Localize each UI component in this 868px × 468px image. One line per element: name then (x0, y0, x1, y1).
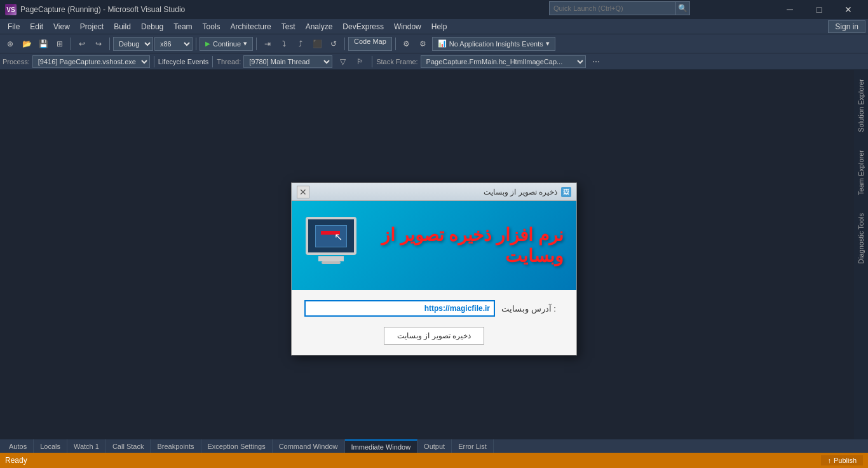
menu-help[interactable]: Help (426, 20, 452, 34)
debug-sep-1 (154, 56, 154, 67)
stop-button[interactable]: ⬛ (309, 36, 325, 52)
monitor-stand (318, 256, 344, 261)
stack-frame-dropdown[interactable]: PageCapture.FrmMain.hc_HtmlImageCap... (421, 55, 586, 68)
thread-filter-icon[interactable]: ▽ (335, 54, 350, 69)
debug-toolbar: Process: [9416] PageCapture.vshost.exe L… (0, 53, 868, 70)
tab-watch1[interactable]: Watch 1 (67, 439, 106, 453)
diagnostic-tools-tab[interactable]: Diagnostic Tools (856, 210, 866, 266)
vs-logo: VS (5, 4, 17, 15)
monitor-inner: ↖ (315, 225, 347, 247)
save-all-button[interactable]: ⊞ (52, 36, 67, 52)
tab-call-stack[interactable]: Call Stack (106, 439, 151, 453)
content-area: ✕ ذخیره تصویر از وبسایت 🖼 نرم افزار ذخیر… (0, 70, 868, 468)
minimize-button[interactable]: ─ (775, 0, 804, 19)
save-website-image-button[interactable]: ذخیره تصویر از وبسایت (384, 327, 484, 345)
menu-edit[interactable]: Edit (25, 20, 48, 34)
menu-test[interactable]: Test (276, 20, 301, 34)
menu-devexpress[interactable]: DevExpress (337, 20, 389, 34)
menu-tools[interactable]: Tools (198, 20, 226, 34)
app-insights-button[interactable]: 📊 No Application Insights Events ▾ (432, 37, 555, 51)
dialog-close-button[interactable]: ✕ (297, 186, 309, 198)
status-bar: Ready ↑ Publish (0, 453, 868, 468)
debug-nav-1[interactable]: ⇥ (260, 36, 275, 52)
code-map-button[interactable]: Code Map (348, 37, 392, 51)
toolbar-separator-1 (71, 38, 71, 50)
tab-locals[interactable]: Locals (34, 439, 67, 453)
search-area: 🔍 (549, 1, 690, 15)
title-bar-controls: ─ □ ✕ (775, 0, 863, 19)
menu-build[interactable]: Build (109, 20, 136, 34)
new-button[interactable]: ⊕ (3, 36, 18, 52)
close-button[interactable]: ✕ (834, 0, 863, 19)
menu-window[interactable]: Window (389, 20, 426, 34)
restart-button[interactable]: ↺ (326, 36, 341, 52)
lifecycle-label: Lifecycle Events (158, 58, 208, 65)
up-arrow-icon: ↑ (827, 457, 831, 464)
debug-nav-2[interactable]: ⤵ (276, 36, 292, 52)
thread-dropdown[interactable]: [9780] Main Thread (243, 55, 332, 68)
tab-command-window[interactable]: Command Window (273, 439, 345, 453)
continue-button[interactable]: ▶ Continue ▾ (200, 37, 253, 51)
open-button[interactable]: 📂 (19, 36, 34, 52)
menu-view[interactable]: View (48, 20, 75, 34)
process-dropdown[interactable]: [9416] PageCapture.vshost.exe (32, 55, 150, 68)
process-label: Process: (3, 58, 30, 65)
monitor-graphic: ↖ (304, 217, 358, 274)
platform-dropdown[interactable]: x86 (154, 37, 193, 51)
tab-exception-settings[interactable]: Exception Settings (201, 439, 273, 453)
quick-launch-input[interactable] (549, 1, 676, 15)
solution-explorer-tab[interactable]: Solution Explorer (856, 76, 866, 135)
tab-immediate-window[interactable]: Immediate Window (345, 439, 418, 453)
insights-icon: 📊 (438, 39, 447, 48)
stack-nav-icon[interactable]: ⋯ (588, 54, 604, 69)
side-panel-right: Solution Explorer Team Explorer Diagnost… (854, 70, 868, 468)
stack-label: Stack Frame: (376, 58, 417, 65)
debug-sep-3 (372, 56, 372, 67)
menu-architecture[interactable]: Architecture (226, 20, 276, 34)
menu-project[interactable]: Project (75, 20, 109, 34)
status-ready: Ready (5, 456, 27, 465)
main-toolbar: ⊕ 📂 💾 ⊞ ↩ ↪ Debug x86 ▶ Continue ▾ ⇥ ⤵ ⤴… (0, 34, 868, 53)
url-input[interactable] (304, 300, 495, 317)
dialog-body: : آدرس وبسایت ذخیره تصویر از وبسایت (292, 290, 576, 355)
team-explorer-tab[interactable]: Team Explorer (856, 148, 866, 198)
menu-analyze[interactable]: Analyze (301, 20, 338, 34)
url-label: : آدرس وبسایت (501, 304, 556, 313)
toolbar-separator-2 (109, 38, 110, 50)
tab-output[interactable]: Output (417, 439, 452, 453)
dialog-title: ذخیره تصویر از وبسایت 🖼 (484, 187, 571, 197)
vs-window: VS PageCapture (Running) - Microsoft Vis… (0, 0, 868, 468)
thread-flag-icon[interactable]: 🏳 (353, 54, 368, 69)
toolbar-separator-6 (395, 38, 396, 50)
menu-debug[interactable]: Debug (136, 20, 168, 34)
dialog-icon: 🖼 (561, 187, 571, 197)
monitor-screen: ↖ (306, 217, 356, 255)
debug-nav-3[interactable]: ⤴ (293, 36, 308, 52)
play-icon: ▶ (205, 40, 210, 47)
tab-breakpoints[interactable]: Breakpoints (151, 439, 201, 453)
dialog-titlebar: ✕ ذخیره تصویر از وبسایت 🖼 (292, 183, 576, 201)
menu-team[interactable]: Team (168, 20, 197, 34)
continue-label: Continue (213, 40, 241, 48)
button-row: ذخیره تصویر از وبسایت (304, 327, 564, 345)
maximize-button[interactable]: □ (804, 0, 834, 19)
settings-icon[interactable]: ⚙ (416, 36, 431, 52)
gear-icon[interactable]: ⚙ (399, 36, 414, 52)
tab-error-list[interactable]: Error List (452, 439, 494, 453)
sign-in-button[interactable]: Sign in (828, 20, 865, 33)
save-button[interactable]: 💾 (36, 36, 51, 52)
monitor-base (322, 261, 341, 264)
search-icon[interactable]: 🔍 (676, 1, 690, 15)
tab-autos[interactable]: Autos (3, 439, 34, 453)
undo-button[interactable]: ↩ (74, 36, 90, 52)
debug-sep-2 (212, 56, 213, 67)
toolbar-separator-4 (256, 38, 257, 50)
menu-file[interactable]: File (3, 20, 25, 34)
debug-config-dropdown[interactable]: Debug (113, 37, 153, 51)
page-capture-dialog: ✕ ذخیره تصویر از وبسایت 🖼 نرم افزار ذخیر… (291, 182, 577, 355)
dialog-overlay: ✕ ذخیره تصویر از وبسایت 🖼 نرم افزار ذخیر… (0, 70, 868, 468)
redo-button[interactable]: ↪ (91, 36, 106, 52)
title-bar: VS PageCapture (Running) - Microsoft Vis… (0, 0, 868, 19)
app-insights-label: No Application Insights Events (449, 40, 543, 48)
publish-button[interactable]: ↑ Publish (821, 455, 863, 465)
